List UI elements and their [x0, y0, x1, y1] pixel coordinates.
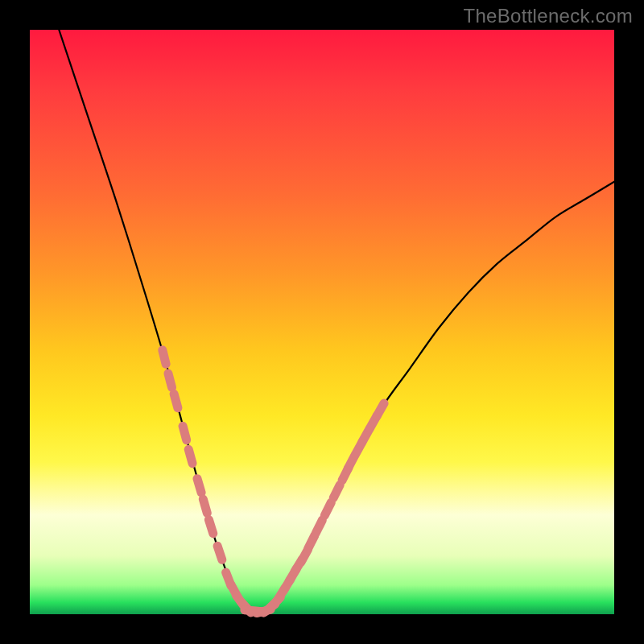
overlay-dash	[188, 449, 192, 463]
overlay-dash	[316, 520, 322, 533]
overlay-dash	[168, 374, 172, 387]
overlay-dash	[183, 426, 187, 440]
overlay-dash	[174, 394, 178, 407]
chart-frame: TheBottleneck.com	[0, 0, 644, 644]
overlay-dashes	[163, 350, 384, 613]
overlay-dash	[197, 479, 201, 493]
overlay-dash	[217, 546, 222, 559]
plot-area	[30, 30, 614, 614]
overlay-dash	[333, 485, 340, 497]
overlay-dash	[163, 350, 166, 364]
overlay-dash	[324, 502, 331, 515]
chart-svg	[30, 30, 614, 614]
overlay-dash	[377, 403, 384, 416]
overlay-dash	[203, 499, 207, 513]
overlay-dash	[308, 535, 315, 548]
bottleneck-curve-path	[59, 30, 614, 613]
watermark-label: TheBottleneck.com	[463, 5, 633, 27]
overlay-dash	[208, 520, 213, 534]
curve-line	[59, 30, 614, 613]
